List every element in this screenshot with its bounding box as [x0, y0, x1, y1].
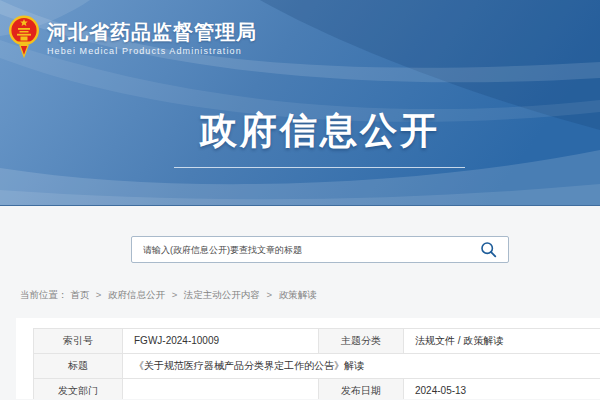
field-label-topic-category: 主题分类: [319, 329, 404, 354]
breadcrumb-current: 政策解读: [279, 289, 317, 300]
national-emblem-icon: [8, 14, 40, 58]
search-button[interactable]: [474, 237, 508, 262]
field-label-issuing-dept: 发文部门: [34, 379, 123, 400]
search-box: [131, 236, 509, 263]
banner-title-wrap: 政府信息公开: [150, 112, 490, 149]
field-label-index-no: 索引号: [34, 329, 123, 354]
field-value-publish-date: 2024-05-13: [404, 379, 600, 400]
info-table: 索引号 FGWJ-2024-10009 主题分类 法规文件 / 政策解读 标题 …: [33, 328, 600, 399]
field-value-issuing-dept: [123, 379, 319, 400]
field-label-title: 标题: [34, 354, 123, 379]
table-row: 发文部门 发布日期 2024-05-13: [34, 379, 600, 400]
page-title: 政府信息公开: [150, 112, 490, 149]
info-card: 索引号 FGWJ-2024-10009 主题分类 法规文件 / 政策解读 标题 …: [16, 318, 600, 399]
site-logo[interactable]: 河北省药品监督管理局 Hebei Medical Products Admini…: [8, 14, 257, 58]
search-input[interactable]: [132, 237, 474, 262]
field-value-title: 《关于规范医疗器械产品分类界定工作的公告》解读: [123, 354, 600, 379]
table-row: 标题 《关于规范医疗器械产品分类界定工作的公告》解读: [34, 354, 600, 379]
breadcrumb-separator: >: [172, 289, 178, 300]
breadcrumb-link-info-disclosure[interactable]: 政府信息公开: [108, 289, 165, 300]
org-name-en: Hebei Medical Products Administration: [47, 46, 257, 56]
field-value-topic-category: 法规文件 / 政策解读: [404, 329, 600, 354]
field-value-index-no: FGWJ-2024-10009: [123, 329, 319, 354]
content-area: 当前位置： 首页 > 政府信息公开 > 法定主动公开内容 > 政策解读 索引号 …: [0, 206, 600, 399]
breadcrumb-separator: >: [266, 289, 272, 300]
brand-text: 河北省药品监督管理局 Hebei Medical Products Admini…: [47, 14, 257, 56]
breadcrumb-separator: >: [96, 289, 102, 300]
site-banner: 河北省药品监督管理局 Hebei Medical Products Admini…: [0, 0, 600, 206]
breadcrumb-link-home[interactable]: 首页: [70, 289, 89, 300]
breadcrumb-link-statutory-disclosure[interactable]: 法定主动公开内容: [184, 289, 260, 300]
org-name-zh: 河北省药品监督管理局: [47, 21, 257, 43]
title-underline: [174, 167, 465, 168]
search-icon: [480, 241, 497, 258]
field-label-publish-date: 发布日期: [319, 379, 404, 400]
breadcrumb: 当前位置： 首页 > 政府信息公开 > 法定主动公开内容 > 政策解读: [20, 289, 317, 302]
table-row: 索引号 FGWJ-2024-10009 主题分类 法规文件 / 政策解读: [34, 329, 600, 354]
breadcrumb-label: 当前位置：: [20, 289, 68, 300]
